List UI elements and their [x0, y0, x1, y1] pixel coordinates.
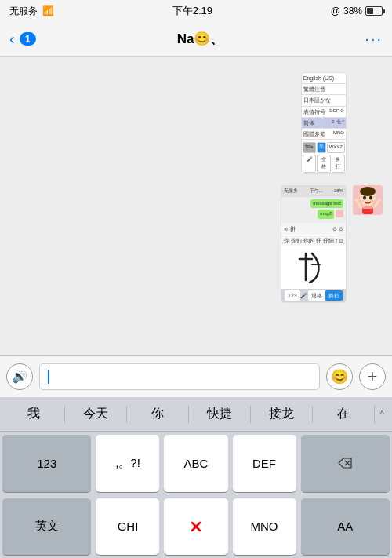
voice-icon: 🔊	[12, 369, 27, 384]
add-button[interactable]: +	[359, 363, 386, 390]
text-input[interactable]	[39, 363, 320, 390]
nav-badge: 1	[20, 32, 36, 46]
location-icon: @	[331, 5, 340, 16]
svg-point-6	[372, 199, 376, 202]
predictive-bar: 我 今天 你 快捷 接龙 在 ^	[0, 397, 392, 432]
nav-bar: ‹ 1 Na😊、 ···	[0, 22, 392, 57]
key-abc[interactable]: ABC	[164, 435, 227, 492]
text-cursor	[48, 370, 49, 384]
svg-rect-10	[362, 206, 373, 209]
svg-point-5	[361, 199, 365, 202]
input-bar: 🔊 😊 +	[0, 355, 392, 397]
carrier-label: 无服务	[9, 5, 38, 18]
wifi-icon: 📶	[42, 5, 54, 16]
emoji-icon: 😊	[331, 368, 348, 385]
back-button[interactable]: ‹ 1	[9, 30, 36, 48]
chat-area: English (US) 繁體注音 日本語かな 表情符号 DEF ⊙ 简体 ≡ …	[0, 57, 392, 355]
avatar	[353, 185, 383, 215]
svg-point-3	[363, 195, 366, 199]
back-arrow-icon: ‹	[9, 30, 15, 48]
key-middle[interactable]	[164, 498, 227, 556]
emoji-button[interactable]: 😊	[326, 363, 353, 390]
status-left: 无服务 📶	[9, 5, 54, 18]
key-punctuation[interactable]: ,。?!	[96, 435, 159, 492]
more-button[interactable]: ···	[365, 30, 383, 48]
pred-word-6[interactable]: 在	[313, 401, 374, 427]
svg-point-2	[360, 187, 376, 196]
pred-word-4[interactable]: 快捷	[189, 401, 250, 427]
key-def[interactable]: DEF	[233, 435, 296, 492]
battery-percent: 38%	[343, 5, 362, 16]
key-aa[interactable]: AA	[301, 498, 390, 556]
svg-point-4	[369, 195, 372, 199]
pred-word-1[interactable]: 我	[3, 401, 64, 427]
pred-word-5[interactable]: 接龙	[251, 401, 312, 427]
pred-word-2[interactable]: 今天	[65, 401, 126, 427]
key-row-2: 英文 GHI MNO AA	[0, 495, 392, 559]
message-image-1[interactable]: English (US) 繁體注音 日本語かな 表情符号 DEF ⊙ 简体 ≡ …	[301, 72, 347, 174]
message-bubble-1: English (US) 繁體注音 日本語かな 表情符号 DEF ⊙ 简体 ≡ …	[9, 72, 383, 174]
add-icon: +	[368, 367, 378, 387]
status-right: @ 38%	[331, 5, 383, 16]
key-row-1: 123 ,。?! ABC DEF	[0, 432, 392, 495]
keyboard: 我 今天 你 快捷 接龙 在 ^ 123 ,。?! ABC DEF 英文 GHI	[0, 397, 392, 558]
message-image-2[interactable]: 无服务下午...38% message text msg2 ⊙ 拼	[281, 185, 347, 303]
time-label: 下午2:19	[172, 4, 212, 18]
pred-expand-arrow[interactable]: ^	[375, 409, 389, 420]
nav-title: Na😊、	[177, 30, 224, 48]
key-mno[interactable]: MNO	[233, 498, 296, 556]
status-bar: 无服务 📶 下午2:19 @ 38%	[0, 0, 392, 22]
key-123[interactable]: 123	[2, 435, 91, 492]
voice-button[interactable]: 🔊	[6, 363, 33, 390]
ime-row-english: English (US)	[302, 73, 346, 84]
pred-word-3[interactable]: 你	[127, 401, 188, 427]
message-bubble-2: 无服务下午...38% message text msg2 ⊙ 拼	[9, 185, 383, 303]
battery-icon	[365, 6, 383, 16]
delete-key[interactable]	[301, 435, 390, 492]
key-ghi[interactable]: GHI	[96, 498, 159, 556]
key-english[interactable]: 英文	[2, 498, 91, 556]
